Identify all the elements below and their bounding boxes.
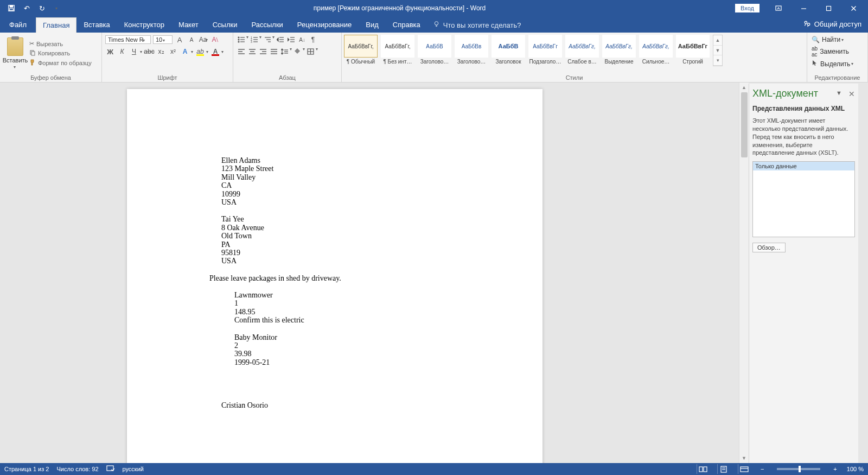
text-line[interactable]: Baby Monitor	[234, 333, 460, 341]
change-case-icon[interactable]: Aa▾	[199, 35, 208, 45]
scroll-thumb[interactable]	[741, 92, 748, 157]
text-line[interactable]: 8 Oak Avenue	[221, 224, 460, 232]
tab-design[interactable]: Конструктор	[117, 17, 171, 33]
tab-references[interactable]: Ссылки	[206, 17, 245, 33]
close-icon[interactable]: ✕	[848, 90, 855, 98]
text-line[interactable]: 2	[234, 341, 460, 350]
style-item[interactable]: АаБбВвГг,¶ Без инт…	[380, 35, 416, 65]
zoom-in-button[interactable]: +	[831, 466, 839, 472]
chevron-down-icon[interactable]: ▾	[140, 49, 142, 54]
tab-insert[interactable]: Вставка	[76, 17, 117, 33]
text-line[interactable]: Confirm this is electric	[234, 316, 460, 324]
text-line[interactable]: Ellen Adams	[221, 156, 460, 164]
sort-icon[interactable]: A↓	[297, 35, 307, 45]
grow-font-icon[interactable]: A	[175, 35, 184, 45]
tab-help[interactable]: Справка	[386, 17, 427, 33]
scroll-down-icon[interactable]: ▼	[739, 453, 749, 463]
login-button[interactable]: Вход	[735, 4, 760, 12]
line-spacing-icon[interactable]	[280, 47, 290, 56]
style-item[interactable]: АаБбВвГг,Слабое в…	[564, 35, 600, 65]
paste-button[interactable]: Вставить ▾	[3, 37, 27, 69]
style-item[interactable]: АаБбВвГгСтрогий	[675, 35, 711, 65]
decrease-indent-icon[interactable]	[276, 35, 285, 45]
chevron-down-icon[interactable]: ▾	[316, 47, 318, 56]
tab-review[interactable]: Рецензирование	[290, 17, 359, 33]
status-page[interactable]: Страница 1 из 2	[4, 466, 49, 472]
redo-icon[interactable]: ↻	[35, 2, 49, 15]
cut-button[interactable]: ✂ Вырезать	[29, 40, 92, 47]
copy-button[interactable]: Копировать	[29, 49, 92, 57]
zoom-slider[interactable]	[777, 468, 820, 470]
text-line[interactable]: Lawnmower	[234, 291, 460, 299]
chevron-down-icon[interactable]: ▾	[246, 35, 248, 45]
highlight-color-icon[interactable]: ab	[195, 47, 205, 56]
chevron-down-icon[interactable]: ▾	[191, 49, 193, 54]
justify-icon[interactable]	[269, 47, 279, 56]
text-line[interactable]: CA	[221, 181, 460, 189]
chevron-down-icon[interactable]: ▾	[290, 47, 292, 56]
shrink-font-icon[interactable]: A	[187, 35, 196, 45]
text-block[interactable]: Tai Yee8 Oak AvenueOld TownPA95819USA	[209, 215, 460, 265]
tab-home[interactable]: Главная	[36, 17, 76, 33]
xml-views-list[interactable]: Только данные	[752, 161, 855, 237]
save-icon[interactable]	[4, 2, 18, 15]
italic-button[interactable]: К	[117, 47, 127, 56]
undo-icon[interactable]: ↶	[20, 2, 34, 15]
tab-file[interactable]: Файл	[2, 17, 34, 33]
numbering-icon[interactable]: 123	[250, 35, 259, 45]
text-block[interactable]: Baby Monitor239.981999-05-21	[209, 333, 460, 367]
style-item[interactable]: АаБбВвГг,Сильное…	[638, 35, 674, 65]
borders-icon[interactable]	[306, 47, 316, 56]
font-size-input[interactable]: 10 ▾	[153, 35, 173, 44]
text-line[interactable]: Please leave packages in shed by drivewa…	[209, 274, 460, 282]
text-block[interactable]: Ellen Adams123 Maple StreetMill ValleyCA…	[209, 156, 460, 206]
multilevel-list-icon[interactable]	[263, 35, 272, 45]
page[interactable]: Ellen Adams123 Maple StreetMill ValleyCA…	[127, 89, 542, 463]
text-line[interactable]: Mill Valley	[221, 173, 460, 181]
format-painter-button[interactable]: Формат по образцу	[29, 59, 92, 67]
align-right-icon[interactable]	[258, 47, 268, 56]
xml-view-item[interactable]: Только данные	[753, 162, 854, 170]
spellcheck-icon[interactable]	[106, 465, 115, 473]
zoom-out-button[interactable]: −	[758, 466, 766, 472]
text-line[interactable]: Cristian Osorio	[221, 401, 460, 409]
chevron-down-icon[interactable]: ▾	[259, 35, 261, 45]
select-button[interactable]: Выделить ▾	[812, 60, 853, 68]
clear-format-icon[interactable]: A⧵	[210, 35, 220, 45]
style-item[interactable]: АаБбВвГг,Выделение	[601, 35, 637, 65]
text-line[interactable]: 123 Maple Street	[221, 164, 460, 173]
vertical-scrollbar[interactable]: ▲ ▼	[739, 83, 749, 463]
style-item[interactable]: АаБбВЗаголовок	[490, 35, 526, 65]
text-line[interactable]: USA	[221, 198, 460, 206]
share-button[interactable]: Общий доступ	[803, 20, 861, 29]
qa-customize-icon[interactable]: ▾	[50, 2, 64, 15]
text-block[interactable]: Cristian Osorio	[209, 401, 460, 409]
read-mode-icon[interactable]	[697, 464, 710, 474]
print-layout-icon[interactable]	[717, 464, 730, 474]
align-left-icon[interactable]	[237, 47, 246, 56]
status-word-count[interactable]: Число слов: 92	[56, 466, 98, 472]
style-item[interactable]: АаБбВвГгПодзаголо…	[527, 35, 563, 65]
style-item[interactable]: АаБбВЗаголово…	[417, 35, 452, 65]
maximize-icon[interactable]	[816, 1, 841, 16]
text-line[interactable]: PA	[221, 240, 460, 249]
text-line[interactable]: 1999-05-21	[234, 358, 460, 366]
text-line[interactable]: 10999	[221, 190, 460, 198]
increase-indent-icon[interactable]	[286, 35, 296, 45]
tab-view[interactable]: Вид	[359, 17, 386, 33]
text-line[interactable]: USA	[221, 257, 460, 265]
strikethrough-button[interactable]: abc	[144, 47, 154, 56]
chevron-down-icon[interactable]: ▾	[206, 49, 208, 54]
minimize-icon[interactable]	[791, 1, 816, 16]
chevron-down-icon[interactable]: ▾	[221, 49, 224, 54]
text-line[interactable]: 1	[234, 299, 460, 307]
status-language[interactable]: русский	[123, 466, 144, 472]
font-color-icon[interactable]: A	[210, 47, 220, 56]
bold-button[interactable]: Ж	[105, 47, 115, 56]
style-item[interactable]: АаБбВвГг,¶ Обычный	[343, 35, 379, 65]
tab-mailings[interactable]: Рассылки	[244, 17, 290, 33]
chevron-down-icon[interactable]: ▾	[272, 35, 275, 45]
shading-icon[interactable]	[293, 47, 303, 56]
chevron-down-icon[interactable]: ▾	[303, 47, 305, 56]
text-effects-icon[interactable]: A	[180, 47, 190, 56]
